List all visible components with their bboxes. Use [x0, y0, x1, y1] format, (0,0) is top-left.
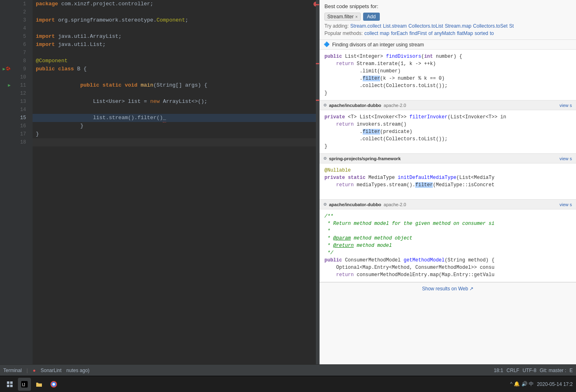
try-link-collectors-toset[interactable]: Collectors.toSet: [473, 23, 508, 29]
method-foreach[interactable]: forEach: [391, 30, 407, 36]
gutter-1: [0, 0, 12, 8]
gutter-6: [0, 41, 12, 49]
gutter-7: [0, 49, 12, 57]
keyword: import: [36, 16, 55, 24]
gutter-14: [0, 106, 12, 114]
main-area: ▶ 🫘 ▶ 1 2 3 4 5 6: [0, 0, 576, 364]
taskbar-btn-4[interactable]: [47, 378, 60, 391]
ln-13: 13: [12, 98, 29, 106]
ln-3: 3: [12, 16, 29, 24]
close-icon[interactable]: ×: [355, 15, 358, 19]
windows-icon: [7, 381, 13, 388]
snippet-block-4: ⚙ apache/incubator-dubbo apache-2.0 view…: [320, 200, 576, 282]
snippet-code-1[interactable]: public List<Integer> findDivisors(int nu…: [320, 50, 576, 100]
snippet-title-bar-1: 🔷 Finding divisors of an integer using s…: [320, 40, 576, 50]
svg-text:IJ: IJ: [22, 383, 25, 387]
event-indicator: E: [569, 368, 573, 373]
git-indicator[interactable]: Git: master :: [540, 368, 566, 373]
system-tray: ^ 🔔 🔊 中: [510, 381, 534, 388]
gutter-2: [0, 8, 12, 16]
scrollbar[interactable]: [316, 0, 319, 364]
taskbar-btn-3[interactable]: [33, 378, 46, 391]
view-source-4[interactable]: view s: [559, 202, 572, 207]
code-line-16: }: [33, 122, 319, 130]
scroll-marker-2: [316, 63, 319, 64]
gutter-9: ▶ 🫘: [0, 65, 12, 73]
bean-icon: 🫘: [6, 65, 11, 73]
gutter-10: [0, 73, 12, 81]
position-indicator: 18:1: [494, 368, 503, 373]
svg-rect-0: [7, 381, 9, 384]
snippet-title-1: Finding divisors of an integer using str…: [332, 42, 424, 48]
gutter-5: [0, 33, 12, 41]
ln-9: 9: [12, 65, 29, 73]
snippet-repo-bar-4: ⚙ apache/incubator-dubbo apache-2.0 view…: [320, 200, 576, 209]
show-results-button[interactable]: Show results on Web ↗: [320, 283, 576, 295]
method-of[interactable]: of: [428, 30, 432, 36]
snippet-repo-bar-3: ⚙ spring-projects/spring-framework view …: [320, 154, 576, 163]
repo-name-2[interactable]: apache/incubator-dubbo: [329, 103, 381, 108]
try-adding-row: Try adding: Stream.collect List.stream C…: [324, 23, 571, 29]
repo-name-4[interactable]: apache/incubator-dubbo: [329, 202, 381, 207]
ln-7: 7: [12, 49, 29, 57]
encoding-indicator[interactable]: UTF-8: [523, 368, 537, 373]
snippet-block-2: ⚙ apache/incubator-dubbo apache-2.0 view…: [320, 100, 576, 154]
intellij-icon: IJ: [20, 380, 28, 388]
popular-methods-label: Popular methods:: [324, 30, 363, 36]
ln-11: 11: [12, 81, 29, 89]
snippet-block-1: 🔷 Finding divisors of an integer using s…: [320, 40, 576, 100]
view-source-3[interactable]: view s: [559, 156, 572, 161]
gutter-15: [0, 114, 12, 122]
svg-rect-3: [10, 385, 13, 387]
code-line-2: [33, 8, 319, 16]
snippet-code-2[interactable]: private <T> List<Invoker<T>> filterInvok…: [320, 110, 576, 153]
terminal-label[interactable]: Terminal: [3, 368, 22, 373]
chrome-icon: [50, 381, 57, 388]
method-sorted[interactable]: sorted: [475, 30, 488, 36]
crlf-indicator[interactable]: CRLF: [506, 368, 519, 373]
try-adding-label: Try adding:: [324, 23, 349, 29]
svg-point-7: [53, 383, 55, 385]
ln-14: 14: [12, 106, 29, 114]
status-left: Terminal | ● SonarLint nutes ago): [3, 368, 491, 373]
try-link-st[interactable]: St: [509, 23, 514, 29]
try-link-list-stream[interactable]: List.stream: [383, 23, 407, 29]
snippet-block-3: ⚙ spring-projects/spring-framework view …: [320, 154, 576, 200]
ln-2: 2: [12, 8, 29, 16]
gutter-17: [0, 130, 12, 138]
snippet-code-4[interactable]: /** * Return method model for the given …: [320, 209, 576, 282]
svg-rect-1: [10, 381, 13, 384]
ln-10: 10: [12, 73, 29, 81]
method-findfirst[interactable]: findFirst: [410, 30, 427, 36]
method-anymatch[interactable]: anyMatch: [434, 30, 455, 36]
method-to[interactable]: to: [490, 30, 494, 36]
gutter-3: [0, 16, 12, 24]
sonarlint-label[interactable]: SonarLint: [41, 368, 61, 373]
repo-name-3[interactable]: spring-projects/spring-framework: [329, 156, 401, 161]
code-text: com.xinzf.project.controller;: [61, 0, 153, 8]
code-line-13: List<User> list = new ArrayList<>();: [33, 98, 319, 106]
add-button[interactable]: Add: [363, 13, 380, 21]
view-source-2[interactable]: view s: [559, 103, 572, 108]
try-link-stream-map[interactable]: Stream.map: [445, 23, 471, 29]
snippet-code-3[interactable]: @Nullable private static MediaType initD…: [320, 163, 576, 199]
code-line-6: import java.util.List;: [33, 41, 319, 49]
method-flatmap[interactable]: flatMap: [457, 30, 473, 36]
taskbar: IJ ^ 🔔 🔊 中 2020-05-14 17:2: [0, 376, 576, 392]
taskbar-btn-2[interactable]: IJ: [18, 378, 31, 391]
search-bar: Stream.filter × Add: [324, 13, 571, 21]
search-tag[interactable]: Stream.filter ×: [324, 13, 361, 21]
try-link-stream-collect[interactable]: Stream.collect: [350, 23, 381, 29]
method-map[interactable]: map: [380, 30, 389, 36]
code-line-11: public static void main(String[] args) {: [33, 81, 319, 89]
method-collect[interactable]: collect: [364, 30, 378, 36]
try-link-collectors-tolist[interactable]: Collectors.toList: [408, 23, 443, 29]
popular-methods-row: Popular methods: collect map forEach fin…: [324, 30, 571, 36]
status-bar: Terminal | ● SonarLint nutes ago) 18:1 C…: [0, 364, 576, 376]
code-editor: ▶ 🫘 ▶ 1 2 3 4 5 6: [0, 0, 320, 364]
gutter-18: [0, 138, 12, 146]
run-arrow-icon-2[interactable]: ▶: [8, 81, 11, 89]
run-arrow-icon[interactable]: ▶: [2, 65, 5, 73]
right-panel: Best code snippets for: Stream.filter × …: [320, 0, 576, 364]
taskbar-btn-1[interactable]: [3, 378, 16, 391]
